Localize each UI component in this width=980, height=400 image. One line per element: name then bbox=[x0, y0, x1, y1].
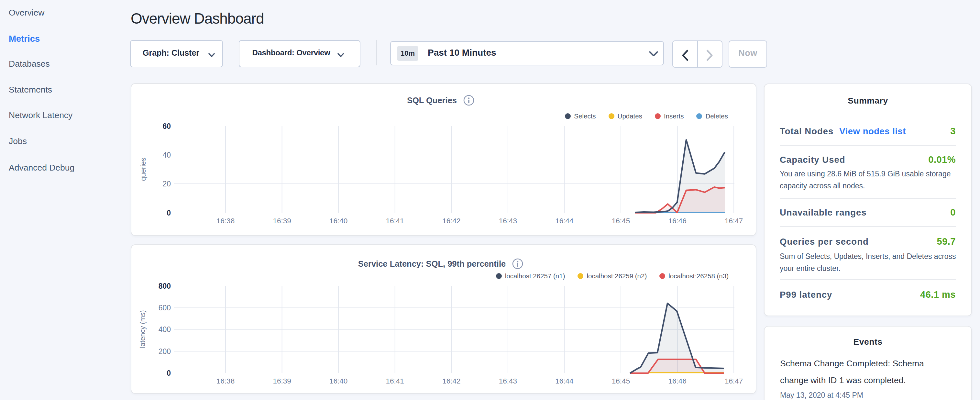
svg-text:latency (ms): latency (ms) bbox=[139, 310, 146, 348]
svg-text:16:41: 16:41 bbox=[386, 217, 404, 225]
svg-text:40: 40 bbox=[162, 151, 171, 159]
svg-text:16:42: 16:42 bbox=[442, 217, 460, 225]
svg-text:200: 200 bbox=[159, 347, 171, 356]
svg-text:16:46: 16:46 bbox=[668, 217, 686, 225]
svg-text:16:47: 16:47 bbox=[725, 377, 743, 385]
svg-text:16:45: 16:45 bbox=[612, 217, 630, 225]
svg-text:16:41: 16:41 bbox=[386, 377, 404, 385]
svg-text:16:45: 16:45 bbox=[612, 377, 630, 385]
svg-text:16:39: 16:39 bbox=[273, 217, 291, 225]
svg-text:16:44: 16:44 bbox=[555, 217, 573, 225]
svg-text:16:43: 16:43 bbox=[499, 217, 517, 225]
svg-text:16:38: 16:38 bbox=[216, 217, 235, 225]
svg-text:16:42: 16:42 bbox=[442, 377, 460, 385]
svg-text:400: 400 bbox=[159, 325, 171, 334]
svg-text:16:46: 16:46 bbox=[668, 377, 686, 385]
svg-text:800: 800 bbox=[159, 282, 171, 290]
svg-text:16:43: 16:43 bbox=[499, 377, 517, 385]
svg-text:20: 20 bbox=[162, 180, 171, 188]
svg-text:16:40: 16:40 bbox=[329, 377, 347, 385]
svg-text:60: 60 bbox=[162, 122, 171, 131]
svg-text:0: 0 bbox=[167, 369, 171, 377]
svg-text:16:40: 16:40 bbox=[329, 217, 347, 225]
svg-text:16:44: 16:44 bbox=[555, 377, 573, 385]
svg-text:16:39: 16:39 bbox=[273, 377, 291, 385]
svg-text:600: 600 bbox=[159, 304, 171, 312]
svg-text:0: 0 bbox=[167, 209, 171, 217]
svg-text:queries: queries bbox=[139, 158, 147, 181]
svg-text:16:47: 16:47 bbox=[725, 217, 743, 225]
svg-text:16:38: 16:38 bbox=[216, 377, 235, 385]
